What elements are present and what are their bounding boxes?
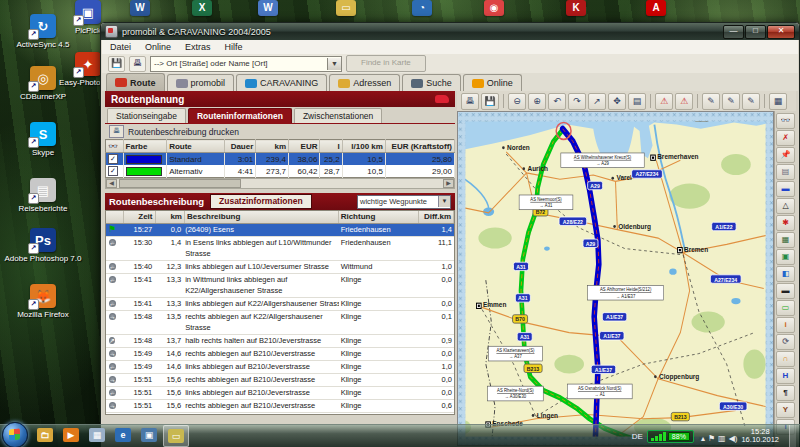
map-layer-tool-3[interactable]: ▤: [776, 164, 795, 180]
tab-suche[interactable]: Suche: [402, 74, 461, 91]
kaspersky-shortcut[interactable]: K: [566, 0, 586, 16]
summary-hscrollbar[interactable]: ◀ ▶: [105, 178, 455, 189]
map-layer-tool-9[interactable]: ◧: [776, 266, 795, 282]
scroll-thumb[interactable]: [119, 179, 241, 188]
title-bar[interactable]: promobil & CARAVANING 2004/2005 — □ ✕: [101, 23, 799, 40]
route-step-row[interactable]: ←15:4012,3links abbiegen auf L10/Jeversu…: [106, 261, 454, 274]
maximize-button[interactable]: □: [745, 25, 766, 39]
route-visible-checkbox[interactable]: ✓: [108, 166, 118, 176]
subtab-2[interactable]: Routeninformationen: [188, 108, 292, 123]
map-tool-3[interactable]: ⊖: [508, 93, 526, 110]
summary-row[interactable]: ✓Alternativ4:41273,760,4228,710,529,00: [106, 165, 455, 178]
save-icon[interactable]: 💾: [108, 56, 125, 72]
map-tool-7[interactable]: ↗: [588, 93, 606, 110]
route-visible-checkbox[interactable]: ✓: [108, 154, 118, 164]
map-viewport[interactable]: NordenAurichVarelOldenburgBremerhavenBre…: [457, 111, 774, 446]
route-step-row[interactable]: ⚑15:270,0(26409) EsensFriedenhausen1,4: [106, 224, 454, 237]
route-step-row[interactable]: →15:4914,6rechts abbiegen auf B210/Jever…: [106, 348, 454, 361]
tab-caravaning[interactable]: CARAVANING: [236, 74, 327, 91]
taskbar-internet-explorer[interactable]: e: [111, 425, 135, 445]
subtab-1[interactable]: Stationseingabe: [107, 108, 186, 123]
desktop-icon[interactable]: ▤↗Reiseberichte: [4, 178, 82, 213]
print-route-link[interactable]: 🖶 Routenbeschreibung drucken: [105, 124, 455, 139]
map-layer-tool-8[interactable]: ▣: [776, 249, 795, 265]
camper-app-shortcut[interactable]: ▭: [336, 0, 356, 16]
summary-row[interactable]: ✓Standard3:01239,438,0625,210,525,80: [106, 153, 455, 166]
language-indicator[interactable]: DE: [632, 432, 643, 441]
find-in-map-button[interactable]: Finde in Karte: [346, 55, 426, 72]
map-tool-15[interactable]: ✎: [722, 93, 740, 110]
chrome-shortcut[interactable]: ◉: [484, 0, 504, 16]
map-layer-tool-11[interactable]: ▭: [776, 300, 795, 316]
location-search-combo[interactable]: --> Ort [Straße] oder Name [Ort] ▼: [150, 56, 342, 72]
tab-route[interactable]: Route: [106, 73, 165, 91]
adobe-reader-shortcut[interactable]: A: [646, 0, 666, 16]
map-layer-tool-6[interactable]: ✱: [776, 215, 795, 231]
map-tool-0[interactable]: 🖶: [461, 93, 479, 110]
map-layer-tool-13[interactable]: ⟳: [776, 334, 795, 350]
route-step-row[interactable]: ←15:4113,3in Wittmund links abbiegen auf…: [106, 274, 454, 298]
map-layer-tool-15[interactable]: H: [776, 368, 795, 384]
chevron-down-icon[interactable]: ▼: [438, 196, 450, 207]
tab-online[interactable]: Online: [463, 74, 522, 91]
tab-adressen[interactable]: Adressen: [329, 74, 400, 91]
desktop-icon[interactable]: Ps↗Adobe Photoshop 7.0: [4, 228, 82, 263]
show-desktop-button[interactable]: [789, 425, 796, 447]
map-layer-tool-1[interactable]: ✗: [776, 130, 795, 146]
route-step-row[interactable]: ←15:301,4in Esens links abbiegen auf L10…: [106, 237, 454, 261]
map-layer-tool-4[interactable]: ▬: [776, 181, 795, 197]
route-step-row[interactable]: →15:4813,5rechts abbiegen auf K22/Allger…: [106, 311, 454, 335]
scroll-right-arrow[interactable]: ▶: [443, 179, 454, 188]
taskbar-calculator[interactable]: ▦: [85, 425, 109, 445]
route-step-row[interactable]: ←15:5216,2links abbiegen auf B210/Jevers…: [106, 413, 454, 414]
map-layer-tool-16[interactable]: ¶: [776, 385, 795, 401]
map-tool-8[interactable]: ✥: [608, 93, 626, 110]
route-step-row[interactable]: ←15:4113,3links abbiegen auf K22/Allgers…: [106, 298, 454, 311]
tray-icon-1[interactable]: ⚑: [708, 434, 715, 443]
route-step-row[interactable]: →15:5115,6rechts abbiegen auf B210/Jever…: [106, 400, 454, 413]
route-step-row[interactable]: ↗15:4813,7halb rechts halten auf B210/Je…: [106, 335, 454, 348]
close-button[interactable]: ✕: [767, 25, 795, 39]
taskbar-explorer[interactable]: 🗀: [33, 425, 57, 445]
google-earth-shortcut[interactable]: ◔: [412, 0, 432, 16]
subtab-3[interactable]: Zwischenstationen: [294, 108, 382, 123]
tray-icon-0[interactable]: ▴: [701, 434, 705, 443]
tray-icon-2[interactable]: ▥: [718, 434, 726, 443]
map-layer-tool-10[interactable]: ▬: [776, 283, 795, 299]
route-step-row[interactable]: ←15:5115,6links abbiegen auf B210/Jevers…: [106, 387, 454, 400]
map-layer-tool-7[interactable]: ▦: [776, 232, 795, 248]
map-tool-11[interactable]: ⚠: [655, 93, 673, 110]
route-step-row[interactable]: →15:5115,6rechts abbiegen auf B210/Jever…: [106, 374, 454, 387]
map-tool-12[interactable]: ⚠: [675, 93, 693, 110]
map-layer-tool-0[interactable]: 👓: [776, 113, 795, 129]
map-tool-18[interactable]: ▦: [769, 93, 787, 110]
desktop-icon[interactable]: S↗Skype: [4, 122, 82, 157]
tab-zusatzinformationen[interactable]: Zusatzinformationen: [210, 194, 312, 209]
menu-online[interactable]: Online: [145, 42, 171, 52]
map-tool-5[interactable]: ↶: [548, 93, 566, 110]
start-button[interactable]: [2, 422, 28, 447]
word-doc-shortcut[interactable]: W: [258, 0, 278, 16]
map-tool-9[interactable]: ▤: [628, 93, 646, 110]
map-tool-1[interactable]: 💾: [481, 93, 499, 110]
map-tool-4[interactable]: ⊕: [528, 93, 546, 110]
map-layer-tool-12[interactable]: i: [776, 317, 795, 333]
tray-icon-3[interactable]: ◀): [729, 434, 738, 443]
menu-hilfe[interactable]: Hilfe: [225, 42, 243, 52]
taskbar-promobil-app[interactable]: ▭: [163, 425, 189, 447]
word-shortcut[interactable]: W: [130, 0, 150, 16]
tab-promobil[interactable]: promobil: [167, 74, 235, 91]
menu-datei[interactable]: Datei: [110, 42, 131, 52]
chevron-down-icon[interactable]: ▼: [327, 58, 341, 70]
scroll-left-arrow[interactable]: ◀: [106, 179, 117, 188]
waypoint-filter-combo[interactable]: wichtige Wegpunkte ▼: [357, 195, 451, 209]
taskbar-photo-viewer[interactable]: ▣: [137, 425, 161, 445]
taskbar-media-player[interactable]: ▶: [59, 425, 83, 445]
map-tool-6[interactable]: ↷: [568, 93, 586, 110]
map-tool-14[interactable]: ✎: [702, 93, 720, 110]
map-layer-tool-14[interactable]: ∩: [776, 351, 795, 367]
route-step-row[interactable]: ←15:4914,6links abbiegen auf B210/Jevers…: [106, 361, 454, 374]
map-tool-16[interactable]: ✎: [742, 93, 760, 110]
desktop-icon[interactable]: 🦊↗Mozilla Firefox: [4, 284, 82, 319]
map-layer-tool-17[interactable]: Y: [776, 402, 795, 418]
